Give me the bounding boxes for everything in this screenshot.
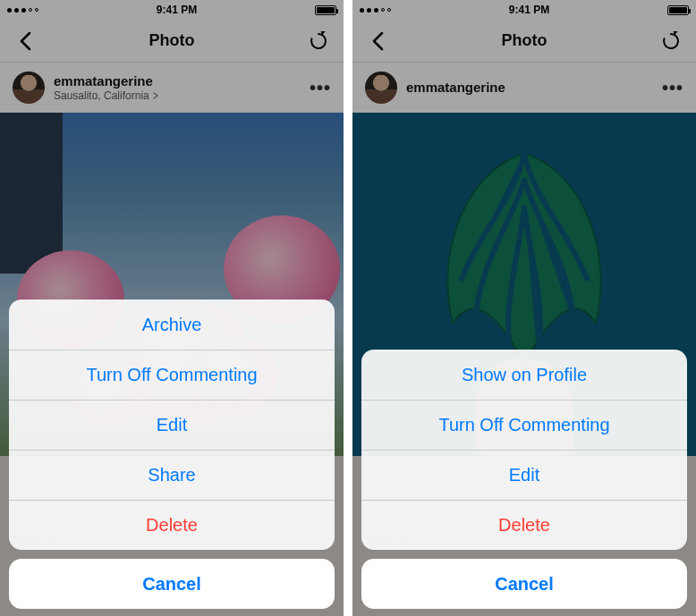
cancel-button[interactable]: Cancel bbox=[9, 559, 335, 609]
option-edit[interactable]: Edit bbox=[361, 450, 687, 500]
option-show-on-profile[interactable]: Show on Profile bbox=[361, 350, 687, 400]
action-sheet-options: Show on Profile Turn Off Commenting Edit… bbox=[361, 350, 687, 550]
action-sheet: Show on Profile Turn Off Commenting Edit… bbox=[361, 350, 687, 609]
option-archive[interactable]: Archive bbox=[9, 300, 335, 350]
option-turn-off-commenting[interactable]: Turn Off Commenting bbox=[361, 400, 687, 450]
option-delete[interactable]: Delete bbox=[9, 500, 335, 550]
phone-screen-left: 9:41 PM Photo emmatangerine Sausalito, C… bbox=[0, 0, 344, 616]
option-edit[interactable]: Edit bbox=[9, 400, 335, 450]
option-turn-off-commenting[interactable]: Turn Off Commenting bbox=[9, 350, 335, 400]
action-sheet-options: Archive Turn Off Commenting Edit Share D… bbox=[9, 300, 335, 550]
option-delete[interactable]: Delete bbox=[361, 500, 687, 550]
action-sheet: Archive Turn Off Commenting Edit Share D… bbox=[9, 300, 335, 609]
cancel-button[interactable]: Cancel bbox=[361, 559, 687, 609]
option-share[interactable]: Share bbox=[9, 450, 335, 500]
phone-screen-right: 9:41 PM Photo emmatangerine ••• JUNE 5 bbox=[352, 0, 696, 616]
